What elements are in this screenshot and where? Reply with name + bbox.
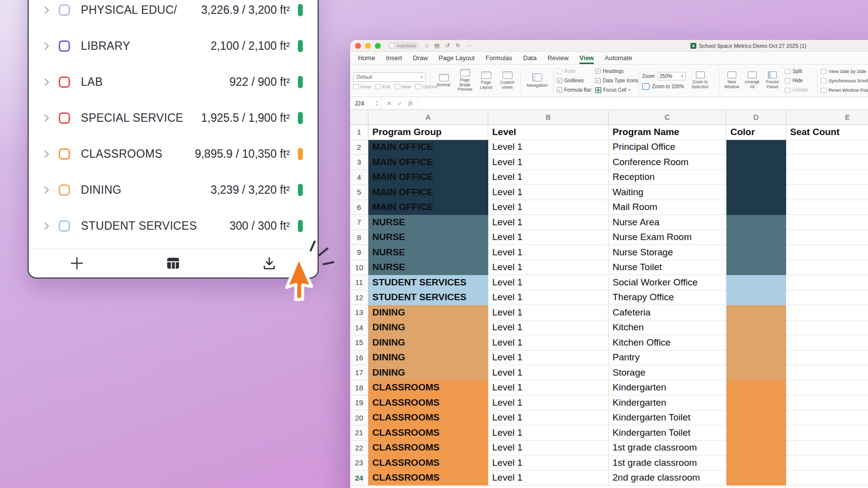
cell[interactable]: Mail Room bbox=[609, 200, 726, 215]
group-row[interactable]: SPECIAL SERVICE1,925.5 / 1,900 ft² bbox=[29, 100, 318, 136]
cell[interactable] bbox=[726, 170, 786, 185]
cell[interactable]: Level 1 bbox=[488, 425, 609, 441]
row-number[interactable]: 8 bbox=[350, 230, 368, 245]
row-number[interactable]: 16 bbox=[350, 350, 368, 366]
group-row[interactable]: STUDENT SERVICES300 / 300 ft² bbox=[29, 208, 318, 244]
navigation-button[interactable]: Navigation bbox=[524, 67, 550, 94]
checkbox-headings[interactable]: ✓Headings bbox=[595, 68, 638, 75]
cell[interactable]: Cafeteria bbox=[609, 305, 726, 320]
cell[interactable] bbox=[786, 185, 868, 200]
cell[interactable] bbox=[786, 215, 868, 230]
cell[interactable]: DINING bbox=[368, 365, 488, 381]
more-icon[interactable]: ⋯ bbox=[467, 42, 472, 49]
ribbon-tab-review[interactable]: Review bbox=[547, 54, 569, 64]
cell[interactable] bbox=[726, 365, 786, 381]
cell[interactable]: Level 1 bbox=[488, 140, 609, 155]
view-custom-views-button[interactable]: Custom Views bbox=[497, 71, 517, 90]
chevron-right-icon[interactable] bbox=[41, 186, 49, 194]
color-checkbox[interactable] bbox=[59, 184, 70, 196]
cell[interactable] bbox=[726, 335, 786, 350]
cell[interactable]: MAIN OFFICE bbox=[368, 170, 488, 185]
checkbox-gridlines[interactable]: ✓Gridlines bbox=[557, 77, 591, 84]
row-number[interactable]: 4 bbox=[350, 170, 368, 185]
cell[interactable]: STUDENT SERVICES bbox=[368, 290, 488, 306]
color-checkbox[interactable] bbox=[59, 4, 70, 16]
cell[interactable]: Level 1 bbox=[488, 381, 609, 396]
cell[interactable] bbox=[726, 305, 786, 320]
cell[interactable]: Level 1 bbox=[488, 170, 609, 185]
row-number[interactable]: 18 bbox=[350, 381, 368, 396]
cell[interactable] bbox=[726, 381, 786, 396]
cell[interactable]: Level 1 bbox=[488, 350, 609, 366]
chevron-right-icon[interactable] bbox=[41, 222, 49, 230]
cell[interactable]: Level 1 bbox=[488, 320, 609, 336]
cell[interactable]: Level 1 bbox=[488, 200, 609, 215]
chevron-right-icon[interactable] bbox=[41, 42, 49, 50]
group-row[interactable]: PHYSICAL EDUC/3,226.9 / 3,200 ft² bbox=[29, 0, 318, 28]
row-number[interactable]: 12 bbox=[350, 290, 368, 306]
cell[interactable]: Level 1 bbox=[488, 275, 609, 290]
row-number[interactable]: 10 bbox=[350, 260, 368, 276]
cell[interactable] bbox=[786, 381, 868, 396]
group-row[interactable]: DINING3,239 / 3,220 ft² bbox=[29, 172, 318, 208]
color-checkbox[interactable] bbox=[59, 220, 70, 232]
cell[interactable]: Level 1 bbox=[488, 441, 609, 456]
home-icon[interactable]: ⌂ bbox=[425, 42, 429, 49]
cell[interactable] bbox=[726, 155, 786, 170]
cell[interactable]: Nurse Storage bbox=[609, 245, 726, 260]
cell[interactable]: Color bbox=[726, 125, 786, 140]
cell[interactable] bbox=[786, 230, 868, 245]
keep-button[interactable]: Keep bbox=[353, 84, 371, 89]
group-row[interactable]: CLASSROOMS9,895.9 / 10,350 ft² bbox=[29, 136, 318, 172]
ribbon-tab-insert[interactable]: Insert bbox=[386, 54, 402, 64]
ribbon-tab-home[interactable]: Home bbox=[358, 54, 375, 64]
cell[interactable]: Level 1 bbox=[488, 260, 609, 276]
cell[interactable]: Reception bbox=[609, 170, 726, 185]
row-number[interactable]: 3 bbox=[350, 155, 368, 170]
cell[interactable] bbox=[786, 350, 868, 366]
cancel-icon[interactable]: ✕ bbox=[387, 100, 392, 107]
cell[interactable]: MAIN OFFICE bbox=[368, 140, 488, 155]
group-row[interactable]: LIBRARY2,100 / 2,100 ft² bbox=[29, 28, 318, 64]
view-normal-button[interactable]: Normal bbox=[434, 74, 454, 88]
insert-function-icon[interactable]: fx bbox=[408, 100, 413, 107]
row-number[interactable]: 2 bbox=[350, 140, 368, 155]
zoom-selection-button[interactable]: Zoom to Selection bbox=[689, 71, 712, 90]
cell[interactable] bbox=[726, 275, 786, 290]
row-number[interactable]: 14 bbox=[350, 320, 368, 336]
cell[interactable] bbox=[726, 471, 786, 486]
cell[interactable]: Conference Room bbox=[609, 155, 726, 170]
synchronous-scrolling-button[interactable]: Synchronous Scrolling bbox=[821, 77, 868, 84]
chevron-right-icon[interactable] bbox=[41, 78, 49, 86]
cell[interactable]: CLASSROOMS bbox=[368, 471, 488, 486]
cell[interactable] bbox=[726, 140, 786, 155]
cell[interactable]: NURSE bbox=[368, 245, 488, 260]
checkbox-formula-bar[interactable]: ✓Formula Bar bbox=[557, 87, 591, 94]
cell[interactable]: Level 1 bbox=[488, 411, 609, 426]
row-number[interactable]: 7 bbox=[350, 215, 368, 230]
undo-icon[interactable]: ↺ bbox=[445, 42, 450, 49]
chevron-right-icon[interactable] bbox=[41, 150, 49, 158]
cell[interactable]: Level 1 bbox=[488, 290, 609, 306]
cell[interactable]: Level 1 bbox=[488, 215, 609, 230]
redo-icon[interactable]: ↻ bbox=[456, 42, 460, 49]
cell[interactable] bbox=[726, 425, 786, 441]
add-button[interactable] bbox=[29, 248, 125, 278]
cell[interactable]: CLASSROOMS bbox=[368, 441, 488, 456]
name-box-stepper[interactable]: ▲▼ bbox=[376, 101, 378, 106]
formula-input[interactable] bbox=[418, 97, 868, 109]
cell[interactable] bbox=[726, 215, 786, 230]
ribbon-tab-formulas[interactable]: Formulas bbox=[486, 54, 512, 64]
cell[interactable]: Level bbox=[488, 125, 609, 140]
zoom-dropdown[interactable]: 250% ▾ bbox=[657, 72, 686, 80]
cell[interactable] bbox=[726, 185, 786, 200]
checkbox-data-type-icons[interactable]: ✓Data Type Icons bbox=[595, 77, 638, 84]
cell[interactable]: Level 1 bbox=[488, 335, 609, 350]
cell[interactable] bbox=[786, 305, 868, 320]
cell[interactable] bbox=[786, 320, 868, 336]
maximize-button[interactable] bbox=[375, 43, 381, 49]
cell[interactable]: Storage bbox=[609, 365, 726, 381]
column-header-b[interactable]: B bbox=[488, 110, 609, 125]
close-button[interactable] bbox=[355, 43, 361, 49]
cell[interactable] bbox=[726, 395, 786, 411]
